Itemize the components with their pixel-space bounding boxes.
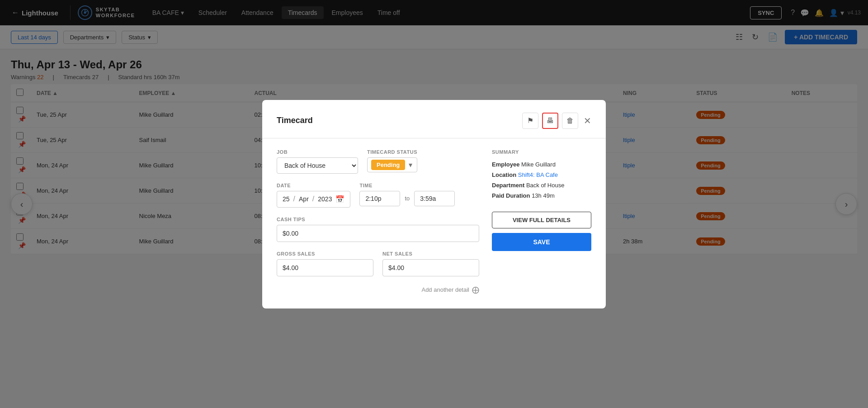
net-sales-input[interactable] [382,259,479,276]
time-label: TIME [359,183,455,188]
date-time-row: DATE 25 / Apr / 2023 📅 TIME [277,183,479,208]
summary-department: Department Back of House [492,182,591,189]
job-label: JOB [277,149,358,155]
add-icon: ⨁ [472,285,479,294]
job-select[interactable]: Back of House [277,157,358,174]
timecard-modal: Timecard ⚑ 🖶 🗑 ✕ JOB [262,100,606,308]
print-button[interactable]: 🖶 [542,113,558,129]
status-label: TIMECARD STATUS [367,149,417,155]
summary-location-value: Shift4: BA Cafe [518,171,558,178]
summary-title: SUMMARY [492,149,591,155]
modal-summary: SUMMARY Employee Mike Guillard Location … [492,149,591,294]
date-label: DATE [277,183,350,188]
print-icon: 🖶 [547,117,554,125]
status-dropdown-arrow: ▾ [409,161,412,169]
summary-location: Location Shift4: BA Cafe [492,171,591,178]
time-end-input[interactable] [414,191,455,206]
add-detail-row[interactable]: Add another detail ⨁ [277,285,479,294]
gross-sales-label: GROSS SALES [277,251,373,256]
modal-divider [262,138,606,138]
net-sales-label: NET SALES [382,251,479,256]
trash-icon: 🗑 [566,117,574,125]
close-button[interactable]: ✕ [584,115,591,126]
delete-button[interactable]: 🗑 [562,113,578,129]
save-button[interactable]: SAVE [492,233,591,251]
date-group: DATE 25 / Apr / 2023 📅 [277,183,350,208]
summary-paid-duration: Paid Duration 13h 49m [492,192,591,199]
flag-icon: ⚑ [527,116,533,125]
cash-tips-label: CASH TIPS [277,217,479,222]
modal-form: JOB Back of House TIMECARD STATUS Pendin… [277,149,479,294]
net-sales-group: NET SALES [382,251,479,276]
summary-paid-duration-value: 13h 49m [532,192,555,199]
date-day: 25 [283,195,290,203]
modal-actions: ⚑ 🖶 🗑 ✕ [522,113,591,129]
flag-button[interactable]: ⚑ [522,113,538,129]
time-row: to [359,191,455,206]
time-start-input[interactable] [359,191,400,206]
date-year: 2023 [318,195,332,203]
status-select-wrapper[interactable]: Pending ▾ [367,157,417,172]
job-status-row: JOB Back of House TIMECARD STATUS Pendin… [277,149,479,174]
modal-body: JOB Back of House TIMECARD STATUS Pendin… [277,149,591,294]
date-month: Apr [299,195,309,203]
cash-tips-input[interactable] [277,225,479,242]
gross-sales-input[interactable] [277,259,373,276]
add-detail-label: Add another detail [421,286,469,293]
modal-header: Timecard ⚑ 🖶 🗑 ✕ [277,113,591,129]
modal-title: Timecard [277,116,313,125]
calendar-icon[interactable]: 📅 [335,195,344,204]
time-to-label: to [405,195,410,202]
summary-employee-value: Mike Guillard [521,161,556,168]
job-group: JOB Back of House [277,149,358,174]
summary-employee: Employee Mike Guillard [492,161,591,168]
sales-row: GROSS SALES NET SALES [277,251,479,276]
cash-tips-group: CASH TIPS [277,217,479,242]
view-full-details-button[interactable]: VIEW FULL DETAILS [492,212,591,228]
date-input-wrapper[interactable]: 25 / Apr / 2023 📅 [277,191,350,208]
pending-badge: Pending [371,160,405,170]
gross-sales-group: GROSS SALES [277,251,373,276]
modal-overlay: Timecard ⚑ 🖶 🗑 ✕ JOB [0,0,868,408]
status-group: TIMECARD STATUS Pending ▾ [367,149,417,174]
time-group: TIME to [359,183,455,208]
summary-department-value: Back of House [526,182,565,189]
